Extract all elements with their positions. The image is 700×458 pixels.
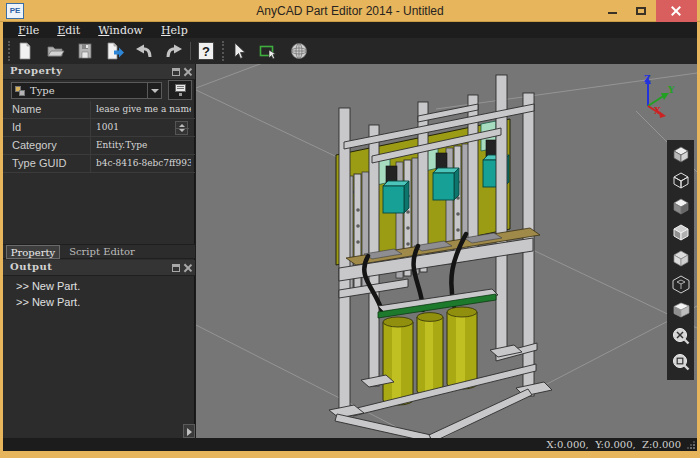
- property-row-guid: Type GUID b4c-8416-8ebc7ff9935b: [3, 155, 195, 173]
- pin-icon[interactable]: [172, 264, 180, 272]
- maximize-icon: [636, 7, 646, 15]
- view-flat-button[interactable]: [670, 247, 692, 269]
- view-cube-ghost-icon: [671, 274, 691, 294]
- property-panel-title: Property: [10, 65, 63, 76]
- minimize-button[interactable]: [600, 0, 626, 22]
- name-field[interactable]: lease give me a name!: [96, 104, 191, 114]
- view-cube-flat-icon: [671, 248, 691, 268]
- view-cube-solid-icon: [671, 196, 691, 216]
- render-material-button[interactable]: [288, 40, 310, 62]
- property-panel-header: Property: [3, 64, 195, 80]
- export-button[interactable]: [104, 40, 126, 62]
- property-row-category: Category Entity.Type: [3, 137, 195, 155]
- tab-property[interactable]: Property: [6, 245, 60, 259]
- toolbar-grip[interactable]: [8, 41, 10, 61]
- render-box-icon: [671, 300, 691, 320]
- device-icon: [175, 84, 186, 92]
- view-ghost-button[interactable]: [670, 273, 692, 295]
- new-file-button[interactable]: [14, 40, 36, 62]
- panel-expand-button[interactable]: [183, 424, 195, 438]
- menu-help[interactable]: Help: [154, 24, 195, 37]
- main-toolbar: ?: [3, 38, 697, 64]
- view-cube-shaded-icon: [671, 144, 691, 164]
- axis-x-label: X: [654, 106, 661, 116]
- stepper-down-icon[interactable]: [176, 127, 189, 134]
- property-row-id: Id 1001: [3, 119, 195, 137]
- chevron-down-icon: [147, 83, 161, 98]
- 3d-model[interactable]: [329, 75, 552, 438]
- undo-icon: [135, 41, 155, 61]
- scene-canvas[interactable]: [196, 64, 697, 438]
- close-button[interactable]: [656, 0, 697, 22]
- capacitor-cylinder: [417, 313, 443, 396]
- title-bar[interactable]: PE AnyCAD Part Editor 2014 - Untitled: [0, 0, 700, 22]
- viewport-3d[interactable]: Z Y X: [196, 64, 697, 438]
- close-panel-icon[interactable]: [184, 68, 192, 76]
- minimize-icon: [608, 12, 617, 14]
- export-page-arrow-icon: [105, 41, 125, 61]
- category-value: Entity.Type: [96, 140, 191, 150]
- zoom-extents-icon: [671, 326, 691, 346]
- window-title: AnyCAD Part Editor 2014 - Untitled: [0, 0, 700, 22]
- select-cursor-button[interactable]: [227, 40, 249, 62]
- teal-box: [383, 181, 409, 213]
- property-dock: Property Type Name lease give me a name!…: [3, 64, 195, 438]
- id-stepper: [175, 121, 188, 135]
- close-icon: [671, 6, 681, 16]
- zoom-window-button[interactable]: [670, 351, 692, 373]
- open-folder-icon: [45, 41, 65, 61]
- id-label: Id: [12, 121, 21, 133]
- close-panel-icon[interactable]: [184, 264, 192, 272]
- apply-type-button[interactable]: [168, 80, 192, 100]
- tab-script-editor[interactable]: Script Editor: [62, 245, 142, 259]
- base-rail: [353, 364, 536, 416]
- base-rail: [335, 414, 431, 438]
- teal-box: [433, 168, 459, 200]
- zoom-extents-button[interactable]: [670, 325, 692, 347]
- open-file-button[interactable]: [44, 40, 66, 62]
- base-rail: [429, 389, 532, 438]
- toolbar-separator: [190, 42, 191, 60]
- view-shaded-button[interactable]: [670, 143, 692, 165]
- property-grid: Name lease give me a name! Id 1001 Categ…: [3, 101, 195, 173]
- menu-edit[interactable]: Edit: [50, 24, 87, 37]
- pick-rectangle-icon: [257, 41, 277, 61]
- help-icon: ?: [198, 42, 214, 60]
- frame-post: [339, 108, 350, 416]
- type-selector-dropdown[interactable]: Type: [11, 82, 162, 99]
- redo-icon: [163, 41, 183, 61]
- pin-icon[interactable]: [172, 68, 180, 76]
- dock-tab-bar: Property Script Editor: [3, 244, 195, 259]
- view-solid-button[interactable]: [670, 195, 692, 217]
- window-border-bottom: [0, 451, 700, 458]
- pick-rectangle-button[interactable]: [256, 40, 278, 62]
- material-sphere-icon: [289, 41, 309, 61]
- view-cube-wireframe-icon: [671, 170, 691, 190]
- redo-button[interactable]: [162, 40, 184, 62]
- name-label: Name: [12, 103, 41, 115]
- menu-window[interactable]: Window: [91, 24, 150, 37]
- save-file-button[interactable]: [74, 40, 96, 62]
- output-panel-title: Output: [10, 261, 52, 272]
- undo-button[interactable]: [134, 40, 156, 62]
- view-shaded-edges-button[interactable]: [670, 221, 692, 243]
- axis-triad: Z Y X: [630, 74, 676, 126]
- render-box-button[interactable]: [670, 299, 692, 321]
- capacitor-cylinder: [383, 317, 413, 405]
- menu-file[interactable]: File: [11, 24, 46, 37]
- axis-y-label: Y: [667, 85, 675, 95]
- toolbar-grip-2[interactable]: [222, 41, 224, 61]
- category-label: Category: [12, 139, 57, 151]
- guid-value: b4c-8416-8ebc7ff9935b: [96, 158, 191, 168]
- menu-bar: File Edit Window Help: [3, 22, 697, 38]
- capacitor-cylinder: [447, 307, 477, 389]
- zoom-window-icon: [671, 352, 691, 372]
- output-panel-header: Output: [3, 260, 195, 276]
- resize-grip[interactable]: [687, 441, 695, 449]
- maximize-button[interactable]: [628, 0, 654, 22]
- view-cube-shaded-edges-icon: [671, 222, 691, 242]
- status-bar: X:0.000, Y:0.000, Z:0.000: [3, 438, 697, 451]
- property-row-name: Name lease give me a name!: [3, 101, 195, 119]
- help-button[interactable]: ?: [195, 40, 217, 62]
- view-wireframe-button[interactable]: [670, 169, 692, 191]
